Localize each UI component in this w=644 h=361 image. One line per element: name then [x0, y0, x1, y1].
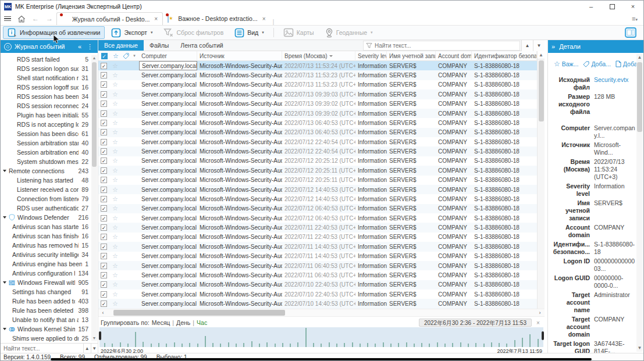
- sidebar-group-windows-kernel-shimeng[interactable]: Windows Kernel ShimEng...157: [1, 324, 98, 334]
- star-icon[interactable]: ☆: [112, 243, 118, 251]
- maps-button[interactable]: Карты: [279, 26, 319, 39]
- star-icon[interactable]: ☆: [112, 205, 118, 212]
- star-icon[interactable]: ☆: [112, 281, 118, 288]
- row-checkbox[interactable]: ✓: [101, 215, 107, 221]
- group-by-час[interactable]: Час: [197, 319, 207, 326]
- table-row[interactable]: ✓☆Server.company.localMicrosoft-Windows-…: [98, 166, 545, 175]
- scroll-up-icon[interactable]: ▲: [538, 51, 545, 59]
- mark-important-button[interactable]: ☆Важ...: [554, 60, 578, 68]
- star-icon[interactable]: ☆: [112, 157, 118, 165]
- table-row[interactable]: ✓☆Server.company.localMicrosoft-Windows-…: [98, 233, 545, 242]
- chevron-expanded-icon[interactable]: [3, 328, 6, 330]
- row-checkbox[interactable]: ✓: [101, 81, 107, 88]
- sidebar-item-plugin-has-been-initialized[interactable]: Plugin has been initialized55: [1, 110, 98, 120]
- sidebar-item-rds-session-has-been-disco[interactable]: RDS session has been disco...34: [1, 92, 98, 101]
- row-checkbox[interactable]: ✓: [101, 129, 107, 135]
- column-header-severity-level[interactable]: Severity level: [355, 51, 387, 61]
- sidebar-group-remote-connections[interactable]: Remote connections243: [1, 166, 98, 176]
- tag-column-header[interactable]: [122, 51, 130, 61]
- row-checkbox[interactable]: ✓: [101, 110, 107, 117]
- sidebar-item-antivirus-scan-has-finished[interactable]: Antivirus scan has finished16: [1, 231, 98, 241]
- tab-list-button[interactable]: ≡▾: [632, 15, 638, 22]
- star-icon[interactable]: ☆: [112, 72, 118, 79]
- row-checkbox[interactable]: ✓: [101, 253, 107, 259]
- sidebar-scrollbar[interactable]: ▲ ▼: [91, 55, 97, 341]
- sidebar-item-settings-has-changed[interactable]: Settings has changed91: [1, 287, 98, 296]
- table-row[interactable]: ✓☆Server.company.localMicrosoft-Windows-…: [98, 289, 545, 299]
- row-checkbox[interactable]: ✓: [101, 263, 107, 269]
- sidebar-item-rds-is-not-accepting-logons[interactable]: RDS is not accepting logons...29: [1, 120, 98, 129]
- sidebar-item-session-has-been-disconnec[interactable]: Session has been disconnec...61: [1, 129, 98, 138]
- sidebar-group-windows-defender[interactable]: Windows Defender216: [1, 213, 98, 222]
- reset-filters-button[interactable]: Сброс фильтров: [159, 26, 228, 39]
- export-button[interactable]: Экспорт ▾: [106, 26, 157, 39]
- table-row[interactable]: ✓☆Server.company.localMicrosoft-Windows-…: [98, 270, 545, 280]
- sidebar-item-antivirus-has-removed-histor[interactable]: Antivirus has removed histor...15: [1, 241, 98, 250]
- table-row[interactable]: ✓☆Server.company.localMicrosoft-Windows-…: [98, 80, 545, 90]
- scroll-down-icon[interactable]: ▼: [636, 345, 643, 352]
- column-header-идентификатор-безопасно[interactable]: Идентификатор безопасно: [472, 51, 537, 61]
- star-icon[interactable]: ☆: [112, 128, 118, 136]
- row-checkbox[interactable]: ✓: [101, 272, 107, 278]
- star-icon[interactable]: ☆: [112, 271, 118, 279]
- table-horizontal-scrollbar[interactable]: ‹ ›: [98, 309, 545, 317]
- scroll-right-icon[interactable]: ›: [535, 310, 545, 316]
- sidebar-item-antivirus-scan-has-started[interactable]: Antivirus scan has started16: [1, 222, 98, 231]
- add-tag-button[interactable]: Доба...: [583, 60, 610, 67]
- table-row[interactable]: ✓☆Server.company.localMicrosoft-Windows-…: [98, 128, 545, 137]
- sidebar-item-rds-start-failed[interactable]: RDS start failed5: [1, 55, 98, 64]
- minimize-button[interactable]: –: [581, 1, 602, 12]
- chevron-expanded-icon[interactable]: [3, 170, 6, 172]
- tab-event-log[interactable]: Журнал событий - Deskto... ×: [56, 12, 163, 25]
- chevron-expanded-icon[interactable]: [3, 281, 6, 284]
- row-checkbox[interactable]: ✓: [101, 139, 107, 145]
- table-row[interactable]: ✓☆Server.company.localMicrosoft-Windows-…: [98, 61, 545, 70]
- sidebar-item-antivirus-security-intelligence[interactable]: Antivirus security intelligence...34: [1, 250, 98, 259]
- sidebar-item-antivirus-configuration-has[interactable]: Antivirus configuration has ...134: [1, 269, 98, 278]
- main-menu-button[interactable]: [1, 12, 15, 25]
- search-prev-button[interactable]: ▲: [521, 40, 533, 51]
- sidebar-item-rds-session-reconnection-s[interactable]: RDS session reconnection s...24: [1, 101, 98, 110]
- table-row[interactable]: ✓☆Server.company.localMicrosoft-Windows-…: [98, 146, 545, 156]
- table-row[interactable]: ✓☆Server.company.localMicrosoft-Windows-…: [98, 252, 545, 261]
- tab-important[interactable]: ★ Важное - Desktop extractio... ×: [163, 12, 270, 25]
- collapse-sidebar-button[interactable]: «: [77, 43, 83, 50]
- scroll-down-icon[interactable]: ▼: [91, 335, 97, 341]
- sidebar-item-connection-from-listener-da[interactable]: Connection from listener da...79: [1, 194, 98, 203]
- scrollbar-thumb[interactable]: [539, 60, 544, 121]
- select-all-checkbox[interactable]: ✓: [101, 53, 108, 59]
- star-column-header[interactable]: ☆: [110, 51, 122, 61]
- sidebar-item-rds-session-logon-succeeded[interactable]: RDS session logon succeeded31: [1, 64, 98, 73]
- table-row[interactable]: ✓☆Server.company.localMicrosoft-Windows-…: [98, 156, 545, 166]
- timeline-right-handle[interactable]: [542, 331, 544, 340]
- timeline-left-handle[interactable]: [99, 331, 101, 340]
- sidebar-group-windows-firewall-with-ad[interactable]: Windows Firewall with ad...905: [1, 278, 98, 287]
- back-button[interactable]: ←: [29, 12, 42, 25]
- table-row[interactable]: ✓☆Server.company.localMicrosoft-Windows-…: [98, 70, 545, 80]
- sidebar-menu-icon[interactable]: ⋮: [86, 43, 94, 51]
- row-checkbox[interactable]: ✓: [101, 63, 107, 69]
- view-tab-файлы[interactable]: Файлы: [144, 40, 175, 51]
- table-row[interactable]: ✓☆Server.company.localMicrosoft-Windows-…: [98, 299, 545, 308]
- sidebar-item-rule-has-been-added-to-the[interactable]: Rule has been added to the...403: [1, 296, 98, 306]
- star-icon[interactable]: ☆: [112, 224, 118, 231]
- sidebar-search-input[interactable]: [1, 344, 83, 353]
- view-button[interactable]: Вид ▾: [230, 26, 269, 39]
- column-header-время-москва[interactable]: Время (Москва): [282, 51, 355, 61]
- table-row[interactable]: ✓☆Server.company.localMicrosoft-Windows-…: [98, 118, 545, 127]
- table-search-input[interactable]: [375, 42, 517, 49]
- scroll-up-icon[interactable]: ▲: [91, 55, 97, 61]
- sidebar-item-system-shutdown-message[interactable]: System shutdown message ...22: [1, 157, 98, 166]
- view-tab-все-данные[interactable]: Все данные: [98, 40, 144, 51]
- table-row[interactable]: ✓☆Server.company.localMicrosoft-Windows-…: [98, 99, 545, 109]
- table-row[interactable]: ✓☆Server.company.localMicrosoft-Windows-…: [98, 109, 545, 118]
- column-header-account-domain[interactable]: Account domain: [436, 51, 472, 61]
- star-icon[interactable]: ☆: [112, 233, 118, 241]
- star-icon[interactable]: ☆: [112, 167, 118, 174]
- column-header-имя-учетной-записи[interactable]: Имя учетной записи: [387, 51, 436, 61]
- row-checkbox[interactable]: ✓: [101, 177, 107, 183]
- star-icon[interactable]: ☆: [112, 119, 118, 127]
- star-icon[interactable]: ☆: [112, 138, 118, 146]
- star-icon[interactable]: ☆: [112, 300, 118, 308]
- star-icon[interactable]: ☆: [112, 81, 118, 88]
